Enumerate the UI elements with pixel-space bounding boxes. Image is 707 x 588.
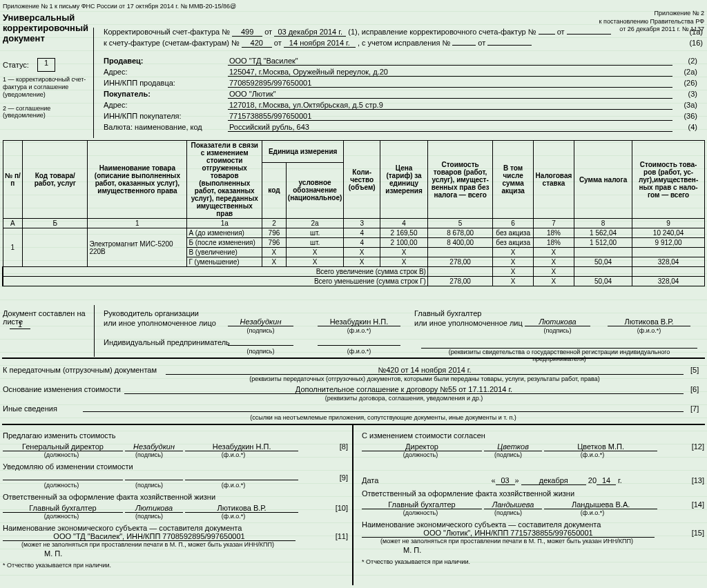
col4a: код (262, 162, 287, 218)
glbuh: Главный бухгалтер (414, 309, 481, 317)
left-s: Незабудкин (125, 442, 183, 451)
col6: Цена (тариф) за единицу измерения (380, 141, 428, 219)
corr-nisp (452, 45, 476, 46)
status-legend2: 2 — соглашение (уведомление) (3, 105, 89, 119)
buyer-b1: (3) (688, 90, 697, 98)
buyer-b3: (36) (684, 112, 697, 120)
hline2 (2, 424, 705, 425)
left-b1: [8] (340, 442, 348, 451)
corr-ot2: от (274, 39, 282, 47)
right-mp: М. П. (403, 546, 704, 554)
left-notify: Уведомляю об изменении стоимости (3, 462, 348, 471)
sec3v (83, 411, 684, 412)
corr-l1: Корректировочный счет-фактура № (104, 28, 230, 36)
title2: корректировочный (3, 23, 88, 33)
hline (2, 357, 705, 359)
corr-ot4: от (478, 39, 485, 47)
fio1h: (ф.и.о.*) (318, 327, 400, 334)
corr-d1: 03 декабря 2014 г. (274, 28, 346, 37)
buyer-name: ООО "Лютик" (228, 90, 672, 99)
ipsigh: (подпись) (228, 348, 293, 355)
sec3l: Иные сведения (3, 404, 57, 413)
left-econv: ООО "ТД "Василек", ИНН/КПП 7708592895/99… (3, 532, 296, 541)
col9: Налоговая ставка (533, 141, 574, 219)
right-b1: [12] (692, 442, 704, 451)
corr-b2: (16) (689, 39, 703, 47)
ipfio (318, 345, 400, 346)
main-table: № п/п Код товара/ работ, услуг Наименова… (2, 140, 705, 286)
seller-innlabel: ИНН/КПП продавца: (104, 79, 228, 87)
seller-inn: 7708592895/997650001 (228, 79, 672, 88)
buyer-label: Покупатель: (104, 90, 228, 98)
right-econv: ООО "Лютик", ИНН/КПП 7715738855/99765000… (362, 529, 655, 538)
left-propose: Предлагаю изменить стоимость (3, 431, 348, 440)
right-f2: Ландышева В.А. (544, 500, 657, 509)
row-n: 1 (3, 228, 23, 267)
left-b2: [9] (340, 473, 348, 482)
sec2b: [6] (690, 385, 699, 393)
col2: Наименование товара (описание выполненны… (88, 141, 187, 219)
corr-ot1: от (264, 28, 272, 36)
sec3h: (ссылки на неотъемлемые приложения, сопу… (83, 414, 684, 421)
seller-b1: (2) (688, 57, 697, 65)
left-gb: Главный бухгалтер (3, 504, 123, 513)
corr-dfix (567, 34, 611, 35)
sec2h: (реквизиты договора, соглашения, уведомл… (124, 395, 684, 402)
row-name: Электромагнит МИС-5200 220В (88, 228, 187, 267)
buyer-addrlabel: Адрес: (104, 101, 228, 109)
curr-value: Российский рубль, 643 (228, 123, 672, 132)
iprekv: (реквизиты свидетельства о государственн… (421, 348, 697, 362)
left-f: Незабудкин Н.П. (185, 442, 298, 451)
fio1: Незабудкин Н.П. (318, 317, 400, 326)
buyer-inn: 7715738855/997650001 (228, 112, 672, 121)
corr-n2: 420 (242, 39, 272, 48)
left-s2: Лютикова (125, 504, 183, 513)
col3: Показатели в связи с изменением стоимост… (187, 141, 262, 219)
corr-fix: (1), исправление корректировочного счета… (348, 28, 536, 36)
left-b3: [10] (336, 504, 348, 512)
curr-label: Валюта: наименование, код (104, 123, 228, 131)
status-label: Статус: (3, 61, 29, 69)
title3: документ (3, 33, 45, 43)
right-star: * Отчество указывается при наличии. (362, 558, 704, 565)
sec1l: К передаточным (отгрузочным) документам (3, 366, 157, 374)
seller-label: Продавец: (104, 57, 228, 65)
left-resp: Ответственный за оформление факта хозяйс… (3, 493, 348, 501)
ili2: или иное уполномоченное лиц (414, 319, 523, 327)
seller-addrlabel: Адрес: (104, 68, 228, 76)
sec1v: №420 от 14 ноября 2014 г. (166, 366, 684, 375)
right-agree: С изменением стоимости согласен (362, 431, 704, 440)
ipfioh: (ф.и.о.*) (318, 348, 400, 355)
left-f2: Лютикова В.Р. (185, 504, 298, 513)
corr-d2: 14 ноября 2014 г. (284, 39, 356, 48)
title1: Универсальный (3, 12, 75, 23)
corr-nfix (539, 34, 555, 35)
sec2l: Основание изменения стоимости (3, 385, 121, 393)
app1: Приложение № 1 к письму ФНС России от 17… (3, 3, 236, 10)
sig1: Незабудкин (228, 317, 293, 326)
corr-b1: (1а) (689, 28, 703, 36)
right-b2: [13] (692, 476, 704, 484)
ili1: или иное уполномоченное лицо (104, 319, 216, 327)
fio2: Лютикова В.Р. (608, 317, 690, 326)
right-s: Цветков (484, 442, 542, 451)
sec1h: (реквизиты передаточных (отгрузочных) до… (166, 375, 684, 382)
seller-addr: 125047, г.Москва, Оружейный переулок, д.… (228, 68, 672, 77)
status-value: 1 (37, 58, 55, 72)
vline (93, 28, 94, 138)
left-dir: Генеральный директор (3, 442, 123, 451)
right-resp: Ответственный за оформление факта хозяйс… (362, 489, 704, 498)
left-mp: М. П. (44, 549, 348, 558)
col10: Сумма налога (574, 141, 632, 219)
sig2: Лютикова (525, 317, 590, 326)
corr-n1: 499 (232, 28, 262, 37)
sig2h: (подпись) (525, 327, 590, 334)
right-date-row: Дата «03» декабря 2014 г. [13] (362, 476, 704, 485)
sec1b: [5] (690, 366, 699, 374)
seller-b3: (26) (684, 79, 697, 87)
col11: Стоимость това- ров (работ, ус- луг),иму… (632, 141, 705, 219)
right-econ: Наименование экономического субъекта — с… (362, 520, 704, 529)
right-dir: Директор (362, 442, 482, 451)
ipsig (228, 345, 293, 346)
fio2h: (ф.и.о.*) (608, 327, 690, 334)
